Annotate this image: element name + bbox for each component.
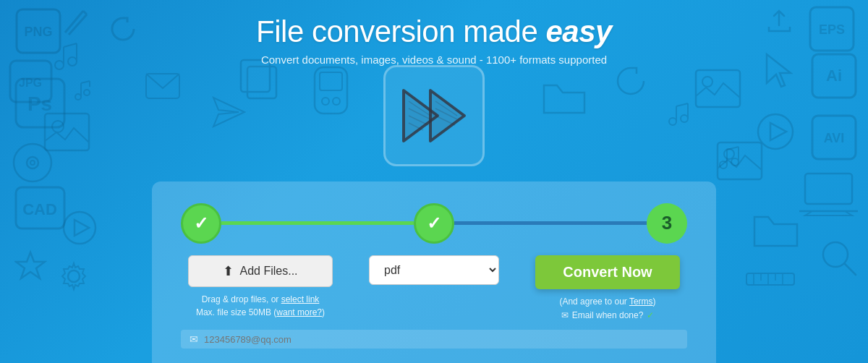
step2-control: pdf jpg png mp4 mp3 docx xlsx gif avi mo… (354, 255, 514, 285)
title-highlight: conversion (312, 14, 455, 48)
step3-indicator: 3 (647, 203, 687, 244)
max-size-text: Max. file size 50MB ( (196, 307, 276, 317)
upload-icon-btn: ⬆ (223, 263, 234, 279)
step2-circle: ✓ (414, 203, 454, 244)
email-icon-bar: ✉ (190, 333, 198, 345)
step1-checkmark: ✓ (194, 213, 208, 234)
step3-control: Convert Now (And agree to our Terms) ✉ E… (528, 255, 687, 323)
email-when-done-label: Email when done? (572, 309, 644, 323)
title-end: easy (545, 14, 611, 48)
want-more-close: ) (322, 307, 325, 317)
step1-control: ⬆ Add Files... Drag & drop files, or sel… (181, 255, 340, 319)
step2-indicator: ✓ (414, 203, 454, 244)
step-line-2 (454, 221, 647, 225)
add-files-hint: Drag & drop files, or select link Max. f… (196, 293, 325, 319)
step1-circle: ✓ (181, 203, 221, 244)
controls-row: ⬆ Add Files... Drag & drop files, or sel… (181, 255, 687, 323)
add-files-label: Add Files... (239, 265, 297, 278)
terms-link[interactable]: Terms (629, 296, 653, 307)
title-middle: made (455, 14, 545, 48)
header-section: File conversion made easy Convert docume… (0, 14, 868, 66)
page-title: File conversion made easy (0, 14, 868, 49)
terms-hint: (And agree to our Terms) (559, 295, 655, 309)
want-more-link[interactable]: want more? (276, 307, 322, 317)
play-logo-box (383, 65, 485, 166)
agree-close: ) (653, 296, 656, 307)
step-indicator-row: ✓ ✓ 3 (181, 203, 687, 244)
step1-indicator: ✓ (181, 203, 221, 244)
step2-checkmark: ✓ (427, 213, 441, 234)
format-select[interactable]: pdf jpg png mp4 mp3 docx xlsx gif avi mo… (369, 255, 499, 285)
convert-now-button[interactable]: Convert Now (535, 255, 680, 289)
page-subtitle: Convert documents, images, videos & soun… (0, 54, 868, 66)
agree-text: (And agree to our (559, 296, 629, 307)
title-prefix: File (256, 14, 312, 48)
email-check: ✓ (647, 309, 654, 323)
email-input-bar: ✉ (181, 330, 687, 349)
select-link[interactable]: select link (281, 294, 320, 304)
email-icon: ✉ (561, 309, 569, 323)
convert-hints: (And agree to our Terms) ✉ Email when do… (559, 295, 655, 323)
app-logo (383, 65, 485, 166)
step3-circle: 3 (647, 203, 687, 244)
widget-panel: ✓ ✓ 3 ⬆ Add Files... Drag & drop files, … (152, 182, 716, 363)
email-input[interactable] (204, 334, 678, 345)
step-line-1 (221, 221, 414, 225)
add-files-button[interactable]: ⬆ Add Files... (188, 255, 333, 287)
convert-btn-label: Convert Now (563, 264, 652, 280)
step3-number: 3 (662, 212, 672, 234)
email-when-done-row: ✉ Email when done? ✓ (559, 309, 655, 323)
drag-drop-text: Drag & drop files, or (202, 294, 281, 304)
